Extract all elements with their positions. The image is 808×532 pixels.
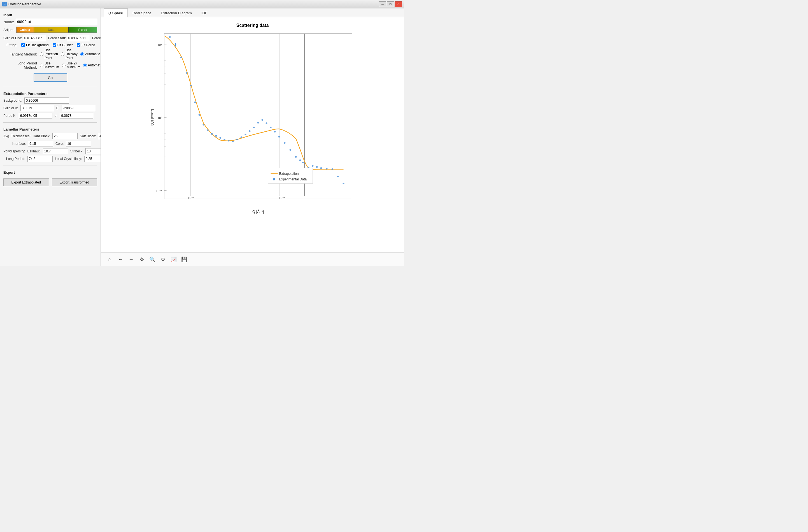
soft-block-input[interactable]: [98, 133, 101, 139]
forward-icon: →: [129, 257, 134, 262]
export-row: Export Extrapolated Export Transformed: [3, 179, 97, 186]
tangent-automatic-radio[interactable]: [80, 52, 84, 56]
go-button-row: Go: [3, 73, 97, 82]
minimize-button[interactable]: ─: [379, 1, 386, 7]
tab-idf[interactable]: IDF: [197, 8, 212, 17]
porod-end-group: Porod End: Å⁻¹: [92, 35, 101, 41]
export-extrapolated-button[interactable]: Export Extrapolated: [3, 179, 49, 186]
extrapolation-header: Extrapolation Parameters: [3, 92, 97, 96]
maximize-button[interactable]: □: [387, 1, 394, 7]
fit-background-checkbox[interactable]: [21, 43, 25, 47]
guinier-end-input[interactable]: [23, 35, 46, 41]
porod-sigma-row: Porod K: σ:: [3, 113, 97, 119]
svg-point-42: [241, 136, 242, 138]
porod-k-input[interactable]: [19, 113, 52, 119]
svg-point-53: [290, 149, 291, 151]
interface-core-row: Interface: Core:: [3, 141, 97, 147]
use-halfway-radio[interactable]: [61, 52, 65, 56]
hard-block-input[interactable]: [52, 133, 78, 139]
stribeck-input[interactable]: [86, 148, 101, 154]
fit-porod-group: Fit Porod: [77, 43, 95, 47]
lp-automatic-radio[interactable]: [83, 63, 87, 67]
svg-point-30: [190, 85, 192, 86]
input-header: Input: [3, 13, 97, 17]
lp-automatic-group: Automatic: [83, 63, 101, 67]
use-maximum-radio[interactable]: [40, 63, 43, 67]
adjust-label: Adjust:: [3, 28, 15, 32]
adjust-bar[interactable]: Guinier Data Porod: [16, 26, 97, 33]
pan-button[interactable]: ✥: [137, 255, 146, 264]
guinier-a-input[interactable]: [20, 105, 54, 111]
tab-bar: Q Space Real Space Extraction Diagram ID…: [101, 8, 404, 17]
svg-point-61: [326, 168, 328, 169]
sigma-input[interactable]: [60, 113, 93, 119]
interface-input[interactable]: [28, 141, 53, 147]
svg-point-59: [316, 166, 318, 168]
settings-button[interactable]: ⚙: [159, 255, 167, 264]
fit-guinier-checkbox[interactable]: [53, 43, 56, 47]
svg-point-32: [199, 114, 200, 116]
background-input[interactable]: [24, 97, 69, 104]
local-crystallinity-input[interactable]: [84, 156, 101, 162]
svg-point-34: [207, 129, 209, 131]
svg-point-38: [224, 139, 225, 140]
fitting-label: Fitting:: [3, 43, 17, 47]
main-content: Input Name: Adjust: Guinier Data Porod: [0, 8, 404, 266]
use-inflection-group: Use Inflection Point: [40, 48, 58, 60]
fit-guinier-label: Fit Guinier: [57, 43, 73, 47]
back-button[interactable]: ←: [116, 255, 125, 264]
svg-point-51: [278, 136, 280, 137]
bar-guinier[interactable]: Guinier: [17, 27, 34, 33]
svg-point-58: [312, 165, 314, 167]
svg-point-41: [236, 139, 238, 140]
fit-porod-checkbox[interactable]: [77, 43, 80, 47]
interface-label: Interface:: [3, 142, 26, 146]
porod-end-label: Porod End:: [92, 36, 101, 40]
b-input[interactable]: [61, 105, 95, 111]
core-input[interactable]: [66, 141, 91, 147]
lamellar-header: Lamellar Parameters: [3, 127, 97, 131]
guinier-end-label: Guinier End:: [3, 36, 22, 40]
tangent-method-row: Tangent Method: Use Inflection Point Use…: [3, 48, 97, 60]
use-2x-minimum-label: Use 2x Minimum: [67, 61, 80, 69]
go-button[interactable]: Go: [34, 73, 67, 82]
long-period-input[interactable]: [27, 156, 53, 162]
divider3: [3, 166, 97, 166]
svg-point-43: [245, 134, 246, 135]
background-row: Background:: [3, 97, 97, 104]
save-button[interactable]: 💾: [180, 255, 189, 264]
svg-point-63: [337, 176, 339, 177]
long-period-lc-row: Long Period: Local Crystallinity:: [3, 156, 97, 162]
chart-toolbar: ⌂ ← → ✥ 🔍 ⚙ 📈 💾: [101, 252, 404, 266]
export-transformed-button[interactable]: Export Transformed: [52, 179, 97, 186]
tab-q-space[interactable]: Q Space: [104, 8, 128, 17]
chart-title: Scattering data: [106, 23, 399, 28]
settings-icon: ⚙: [161, 256, 165, 262]
long-period-method-row: Long Period Method: Use Maximum Use 2x M…: [3, 61, 97, 70]
q-fields-row: Guinier End: Porod Start: Porod End: Å⁻¹: [3, 35, 97, 41]
polydispersity-label: Polydispersity:: [3, 149, 25, 153]
tangent-automatic-label: Automatic: [85, 52, 100, 56]
use-2x-minimum-radio[interactable]: [62, 63, 66, 67]
name-input[interactable]: [16, 19, 97, 25]
line-button[interactable]: 📈: [169, 255, 178, 264]
tab-real-space[interactable]: Real Space: [128, 8, 156, 17]
use-inflection-radio[interactable]: [40, 52, 43, 56]
porod-start-input[interactable]: [67, 35, 90, 41]
eekhaut-input[interactable]: [43, 148, 68, 154]
forward-button[interactable]: →: [127, 255, 135, 264]
svg-text:10¹: 10¹: [158, 43, 162, 47]
bar-porod[interactable]: Porod: [69, 27, 97, 33]
svg-rect-0: [164, 34, 352, 199]
home-button[interactable]: ⌂: [105, 255, 114, 264]
tab-extraction-diagram[interactable]: Extraction Diagram: [156, 8, 197, 17]
svg-point-62: [332, 168, 333, 170]
svg-text:Q [Å⁻¹]: Q [Å⁻¹]: [252, 209, 264, 214]
close-button[interactable]: ✕: [394, 1, 402, 7]
fit-background-group: Fit Background: [21, 43, 49, 47]
b-label: B:: [56, 106, 59, 110]
zoom-button[interactable]: 🔍: [148, 255, 157, 264]
bar-data[interactable]: Data: [34, 27, 69, 33]
svg-text:I(Q) [cm⁻¹]: I(Q) [cm⁻¹]: [150, 109, 154, 126]
svg-point-29: [186, 72, 188, 74]
